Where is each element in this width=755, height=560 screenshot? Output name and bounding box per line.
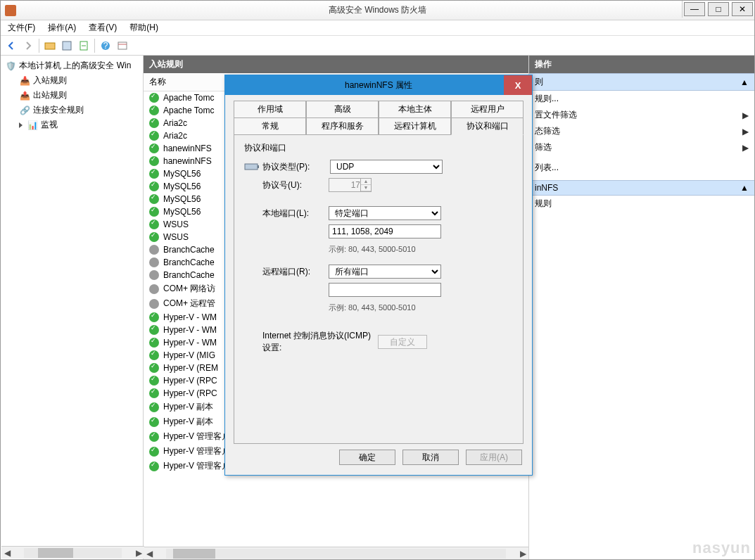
rule-name: Hyper-V (MIG xyxy=(163,350,215,360)
allow-icon xyxy=(149,325,159,335)
collapse-icon[interactable]: ▲ xyxy=(740,77,749,87)
local-port-example: 示例: 80, 443, 5000-5010 xyxy=(329,244,513,255)
svg-rect-0 xyxy=(45,43,55,49)
rule-name: Hyper-V (REM xyxy=(163,363,218,373)
tab[interactable]: 本地主体 xyxy=(379,101,451,118)
tab[interactable]: 远程用户 xyxy=(451,101,524,118)
tree-root[interactable]: 🛡️ 本地计算机 上的高级安全 Win xyxy=(2,58,141,73)
remote-port-input[interactable] xyxy=(329,283,441,297)
dialog-close-button[interactable]: X xyxy=(504,75,532,95)
tab[interactable]: 高级 xyxy=(306,101,379,118)
watermark: nasyun xyxy=(692,539,751,557)
expand-icon[interactable] xyxy=(19,122,23,128)
scroll-left-button[interactable]: ◀ xyxy=(144,548,155,559)
allow-icon xyxy=(149,182,159,191)
outbound-icon: 📤 xyxy=(19,90,30,101)
tab-body: 协议和端口 协议类型(P): UDP 协议号(U): ▲▼ 本地端口(L): 特… xyxy=(234,134,524,444)
rule-name: Hyper-V - WM xyxy=(163,312,217,322)
submenu-icon: ▶ xyxy=(742,143,749,153)
tab[interactable]: 协议和端口 xyxy=(451,117,524,135)
disabled-icon xyxy=(149,245,159,255)
action-item[interactable]: 规则 xyxy=(529,196,754,212)
rule-name: BranchCache xyxy=(163,257,215,267)
actions-pane: 操作 则▲ 规则...置文件筛选▶态筛选▶筛选▶列表... inNFS▲ 规则 xyxy=(529,56,754,559)
tree-inbound[interactable]: 📥入站规则 xyxy=(2,73,141,88)
inbound-icon: 📥 xyxy=(19,75,30,87)
rule-name: Apache Tomc xyxy=(163,106,215,115)
menu-file[interactable]: 文件(F) xyxy=(5,20,38,35)
section-label: 协议和端口 xyxy=(244,142,513,154)
menu-view[interactable]: 查看(V) xyxy=(86,20,120,35)
action-item[interactable]: 态筛选▶ xyxy=(529,123,754,139)
local-port-select[interactable]: 特定端口 xyxy=(329,206,441,220)
rule-name: hanewinNFS xyxy=(163,156,212,166)
list-icon[interactable] xyxy=(115,38,130,53)
action-item[interactable]: 规则... xyxy=(529,91,754,107)
tab[interactable]: 远程计算机 xyxy=(379,117,451,135)
nav-forward-button[interactable] xyxy=(20,38,36,53)
scroll-right-button[interactable]: ▶ xyxy=(517,548,528,559)
actions-header: 操作 xyxy=(529,56,754,73)
ok-button[interactable]: 确定 xyxy=(339,450,395,465)
allow-icon xyxy=(149,417,159,427)
allow-icon xyxy=(149,350,159,360)
nav-tree[interactable]: 🛡️ 本地计算机 上的高级安全 Win 📥入站规则 📤出站规则 🔗连接安全规则 … xyxy=(1,56,144,559)
menu-action[interactable]: 操作(A) xyxy=(45,20,79,35)
dialog-titlebar[interactable]: hanewinNFS 属性 X xyxy=(225,75,532,95)
close-button[interactable]: ✕ xyxy=(732,2,753,16)
nav-back-button[interactable] xyxy=(4,38,19,53)
cancel-button[interactable]: 取消 xyxy=(402,450,459,465)
protocol-num-spinner[interactable]: ▲▼ xyxy=(329,178,372,192)
local-port-input[interactable] xyxy=(329,224,441,238)
tab[interactable]: 作用域 xyxy=(234,101,306,118)
allow-icon xyxy=(149,312,159,322)
titlebar: 高级安全 Windows 防火墙 — □ ✕ xyxy=(1,1,754,20)
svg-rect-8 xyxy=(258,165,259,168)
spin-down-icon[interactable]: ▼ xyxy=(361,185,371,191)
spin-up-icon[interactable]: ▲ xyxy=(361,179,371,185)
actions-group-rules[interactable]: 则▲ xyxy=(529,73,754,91)
allow-icon xyxy=(149,363,159,373)
tree-scrollbar[interactable]: ◀ ▶ xyxy=(1,546,144,559)
rule-name: Aria2c xyxy=(163,131,187,141)
actions-group-selection[interactable]: inNFS▲ xyxy=(529,180,754,196)
remote-port-select[interactable]: 所有端口 xyxy=(329,265,441,279)
scroll-thumb[interactable] xyxy=(38,548,73,558)
tree-outbound[interactable]: 📤出站规则 xyxy=(2,88,141,103)
tree-connection-security[interactable]: 🔗连接安全规则 xyxy=(2,103,141,117)
protocol-type-label: 协议类型(P): xyxy=(262,161,330,173)
menubar: 文件(F) 操作(A) 查看(V) 帮助(H) xyxy=(1,20,754,36)
allow-icon xyxy=(149,219,159,229)
remote-port-label: 远程端口(R): xyxy=(244,266,329,278)
scroll-right-button[interactable]: ▶ xyxy=(133,547,144,559)
export-icon[interactable] xyxy=(76,38,91,53)
protocol-type-select[interactable]: UDP xyxy=(330,160,443,174)
scroll-left-button[interactable]: ◀ xyxy=(1,547,13,559)
rule-name: Hyper-V (RPC xyxy=(163,376,217,386)
firewall-icon: 🛡️ xyxy=(5,61,16,72)
tree-monitor[interactable]: 📊监视 xyxy=(2,117,141,132)
tab[interactable]: 常规 xyxy=(234,117,306,135)
submenu-icon: ▶ xyxy=(742,127,749,136)
help-icon[interactable]: ? xyxy=(98,38,113,53)
allow-icon xyxy=(149,402,159,412)
minimize-button[interactable]: — xyxy=(684,2,705,16)
properties-icon[interactable] xyxy=(59,38,75,53)
collapse-icon[interactable]: ▲ xyxy=(740,183,749,193)
protocol-num-input xyxy=(329,179,360,191)
scroll-thumb[interactable] xyxy=(173,549,215,559)
folder-icon[interactable] xyxy=(42,38,58,53)
horizontal-scrollbar[interactable]: ◀ ▶ xyxy=(144,547,528,559)
action-item[interactable]: 筛选▶ xyxy=(529,139,754,155)
rule-name: Hyper-V - WM xyxy=(163,338,217,348)
allow-icon xyxy=(149,169,159,179)
menu-help[interactable]: 帮助(H) xyxy=(127,20,161,35)
allow-icon xyxy=(149,131,159,141)
dialog-buttons: 确定 取消 应用(A) xyxy=(225,444,532,471)
allow-icon xyxy=(149,207,159,217)
action-item[interactable]: 列表... xyxy=(529,160,754,176)
allow-icon xyxy=(149,232,159,242)
action-item[interactable]: 置文件筛选▶ xyxy=(529,107,754,123)
maximize-button[interactable]: □ xyxy=(708,2,729,16)
tab[interactable]: 程序和服务 xyxy=(306,117,379,135)
